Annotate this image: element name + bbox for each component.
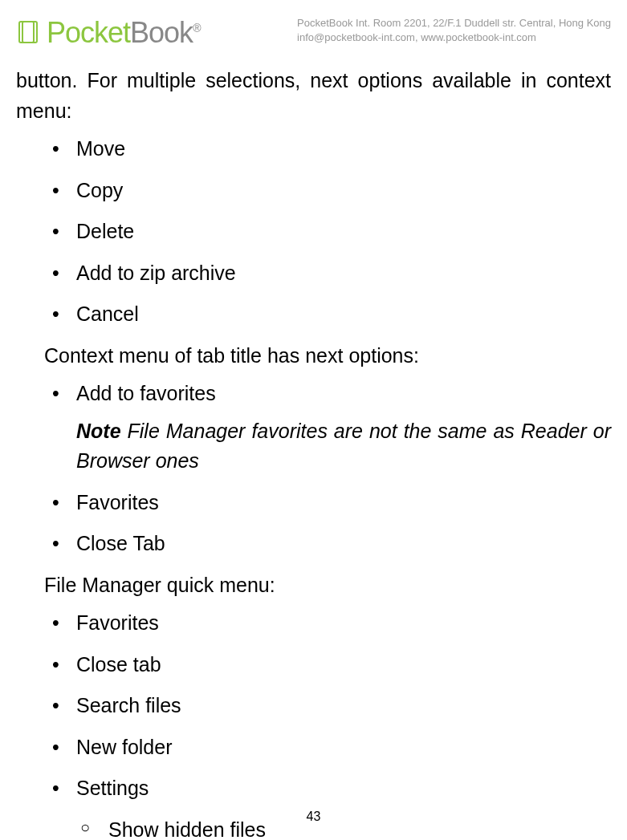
list-item: Search files	[52, 691, 611, 721]
note-label: Note	[76, 420, 121, 442]
page-number: 43	[307, 810, 321, 824]
note-body: File Manager favorites are not the same …	[76, 420, 611, 473]
list-item: Add to zip archive	[52, 258, 611, 289]
page-header: PocketBook® PocketBook Int. Room 2201, 2…	[16, 16, 611, 50]
list-item: Close Tab	[52, 529, 611, 559]
tab-title-context-list-cont: Favorites Close Tab	[16, 488, 611, 559]
list-item: Close tab	[52, 650, 611, 680]
page-content: button. For multiple selections, next op…	[16, 66, 611, 840]
list-item: Delete	[52, 217, 611, 247]
company-contact: info@pocketbook-int.com, www.pocketbook-…	[297, 30, 611, 45]
logo-book: Book	[130, 16, 193, 49]
company-info: PocketBook Int. Room 2201, 22/F.1 Duddel…	[297, 16, 611, 45]
logo-icon	[16, 18, 40, 47]
company-address: PocketBook Int. Room 2201, 22/F.1 Duddel…	[297, 16, 611, 30]
list-item: Settings	[52, 773, 611, 804]
logo-pocket: Pocket	[47, 16, 130, 49]
list-item: Favorites	[52, 488, 611, 518]
section-heading: File Manager quick menu:	[16, 570, 611, 601]
list-item: Copy	[52, 176, 611, 206]
section-heading: Context menu of tab title has next optio…	[16, 341, 611, 371]
quick-menu-list: Favorites Close tab Search files New fol…	[16, 608, 611, 804]
logo: PocketBook®	[16, 16, 200, 50]
note-text: Note File Manager favorites are not the …	[16, 416, 611, 477]
logo-registered: ®	[193, 22, 200, 34]
tab-title-context-list: Add to favorites	[16, 379, 611, 409]
list-item: Show hidden files	[80, 815, 611, 841]
list-item: Favorites	[52, 608, 611, 639]
intro-text: button. For multiple selections, next op…	[16, 66, 611, 126]
list-item: New folder	[52, 732, 611, 763]
list-item: Add to favorites	[52, 379, 611, 409]
logo-text: PocketBook®	[47, 16, 200, 50]
list-item: Move	[52, 134, 611, 164]
list-item: Cancel	[52, 299, 611, 330]
multiple-selection-list: Move Copy Delete Add to zip archive Canc…	[16, 134, 611, 330]
